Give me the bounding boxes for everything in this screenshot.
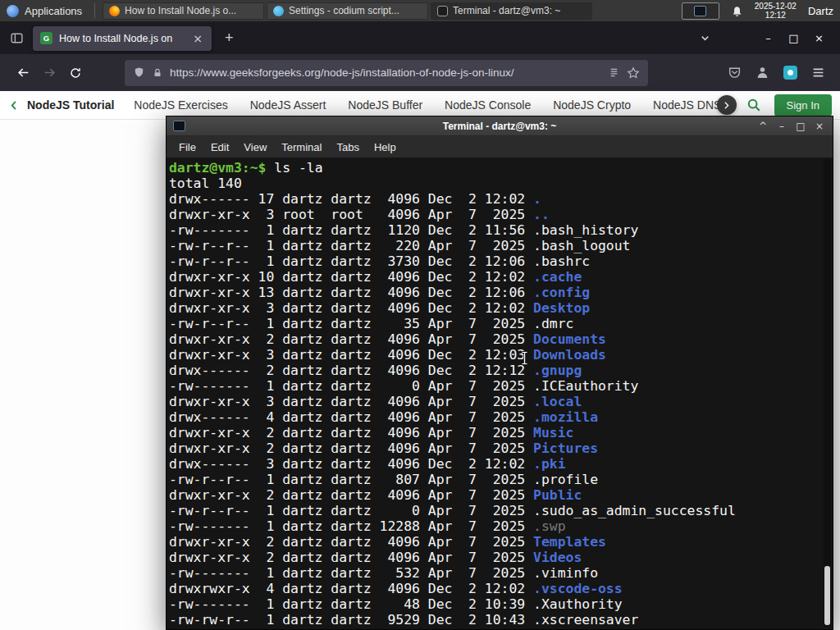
terminal-listing-line: -rw-r--r-- 1 dartz dartz 3730 Dec 2 12:0… — [169, 253, 833, 269]
terminal-listing-line: -rw-r--r-- 1 dartz dartz 220 Apr 7 2025 … — [169, 238, 833, 253]
terminal-listing-line: -rw------- 1 dartz dartz 0 Apr 7 2025 .I… — [169, 378, 833, 394]
codium-icon — [273, 6, 284, 16]
terminal-prompt-line: dartz@vm3:~$ ls -la — [169, 160, 833, 176]
nav-link[interactable]: NodeJS Exercises — [134, 98, 227, 112]
new-tab-button[interactable]: + — [218, 30, 240, 47]
reload-button[interactable] — [62, 61, 89, 85]
tray-terminal-button[interactable] — [682, 2, 719, 20]
sign-in-button[interactable]: Sign In — [774, 94, 832, 116]
chevron-right-icon — [721, 100, 732, 111]
extension-icon[interactable] — [783, 66, 797, 80]
reader-mode-icon[interactable] — [608, 66, 620, 79]
forward-button[interactable] — [36, 61, 62, 85]
nav-link[interactable]: NodeJS Buffer — [348, 98, 422, 112]
terminal-listing-line: drwxr-xr-x 2 dartz dartz 4096 Apr 7 2025… — [169, 534, 833, 550]
terminal-listing-line: -rw------- 1 dartz dartz 12288 Apr 7 202… — [169, 518, 833, 534]
panel-tray: 2025-12-02 12:12 Dartz — [682, 2, 840, 21]
terminal-listing-line: drwx------ 2 dartz dartz 4096 Dec 2 12:1… — [169, 363, 833, 378]
terminal-menu-help[interactable]: Help — [367, 141, 404, 153]
nav-link[interactable]: NodeJS DNS — [653, 98, 721, 112]
back-arrow-icon — [16, 66, 30, 80]
tab-title: How to Install Node.js on — [59, 33, 185, 44]
url-text[interactable]: https://www.geeksforgeeks.org/node-js/in… — [170, 66, 601, 79]
nav-link[interactable]: NodeJS Assert — [250, 98, 326, 112]
terminal-listing-line: -rw-r--r-- 1 dartz dartz 807 Apr 7 2025 … — [169, 472, 833, 487]
terminal-menu-view[interactable]: View — [236, 141, 274, 153]
terminal-menu-edit[interactable]: Edit — [203, 141, 236, 153]
top-panel: Applications How to Install Node.js o...… — [0, 0, 840, 22]
firefox-view-button[interactable] — [7, 29, 26, 48]
url-bar[interactable]: https://www.geeksforgeeks.org/node-js/in… — [125, 60, 648, 86]
terminal-listing-line: -rw------- 1 dartz dartz 532 Apr 7 2025 … — [169, 565, 833, 581]
taskbar-button-terminal[interactable]: Terminal - dartz@vm3: ~ — [431, 2, 592, 20]
tab-close-button[interactable]: × — [191, 32, 204, 45]
terminal-close-button[interactable]: × — [811, 121, 828, 132]
taskbar-button-label: Settings - codium script... — [289, 5, 422, 16]
lock-icon[interactable] — [152, 67, 163, 79]
terminal-listing-line: drwxr-xr-x 3 dartz dartz 4096 Dec 2 12:0… — [169, 300, 833, 316]
site-search-button[interactable] — [746, 98, 761, 112]
tab-bar: G How to Install Node.js on × + – □ × — [0, 22, 840, 54]
terminal-scrollbar[interactable] — [824, 159, 831, 628]
minimize-button[interactable]: – — [756, 32, 781, 44]
back-button[interactable] — [10, 61, 36, 85]
taskbar-button-firefox[interactable]: How to Install Node.js o... — [103, 2, 264, 20]
panel-separator — [94, 3, 95, 18]
terminal-titlebar[interactable]: Terminal - dartz@vm3: ~ ^ – □ × — [167, 116, 833, 136]
terminal-maximize-button[interactable]: □ — [792, 121, 809, 132]
notifications-bell-icon[interactable] — [731, 5, 743, 17]
taskbar: How to Install Node.js o...Settings - co… — [103, 2, 592, 20]
window-controls: – □ × — [756, 32, 832, 44]
terminal-listing-line: -rw-r--r-- 1 dartz dartz 35 Apr 7 2025 .… — [169, 316, 833, 331]
nav-link[interactable]: NodeJS Console — [445, 98, 531, 112]
terminal-window-controls: ^ – □ × — [755, 121, 833, 132]
terminal-listing-line: drwxr-xr-x 3 dartz dartz 4096 Apr 7 2025… — [169, 394, 833, 409]
terminal-listing-line: drwxrwxr-x 4 dartz dartz 4096 Dec 2 12:0… — [169, 581, 833, 596]
terminal-listing-line: -rw-r--r-- 1 dartz dartz 0 Apr 7 2025 .s… — [169, 503, 833, 518]
terminal-listing-line: drwxr-xr-x 3 root root 4096 Apr 7 2025 .… — [169, 207, 833, 222]
applications-icon — [7, 5, 19, 17]
taskbar-button-codium[interactable]: Settings - codium script... — [267, 2, 428, 20]
terminal-scrollbar-thumb[interactable] — [824, 566, 830, 625]
terminal-listing-line: -rw------- 1 dartz dartz 48 Dec 2 10:39 … — [169, 596, 833, 612]
terminal-listing-line: drwx------ 4 dartz dartz 4096 Apr 7 2025… — [169, 409, 833, 425]
site-favicon: G — [40, 32, 52, 44]
maximize-button[interactable]: □ — [781, 32, 806, 44]
search-icon — [746, 98, 761, 112]
terminal-total-line: total 140 — [169, 176, 833, 191]
list-all-tabs-button[interactable] — [699, 32, 711, 44]
taskbar-button-label: How to Install Node.js o... — [125, 5, 258, 16]
terminal-listing-line: drwxr-xr-x 3 dartz dartz 4096 Dec 2 12:0… — [169, 347, 833, 363]
terminal-listing-line: drwxr-xr-x 13 dartz dartz 4096 Dec 2 12:… — [169, 285, 833, 300]
applications-menu-button[interactable]: Applications — [0, 0, 90, 21]
browser-tab[interactable]: G How to Install Node.js on × — [33, 26, 212, 51]
pocket-icon[interactable] — [728, 66, 742, 80]
terminal-menu-tabs[interactable]: Tabs — [329, 141, 366, 153]
toolbar-buttons — [728, 66, 830, 80]
terminal-output[interactable]: dartz@vm3:~$ ls -latotal 140drwx------ 1… — [167, 158, 833, 629]
terminal-window: Terminal - dartz@vm3: ~ ^ – □ × FileEdit… — [166, 116, 833, 630]
menu-hamburger-icon[interactable] — [811, 66, 825, 80]
tracking-shield-icon[interactable] — [133, 66, 145, 79]
firefox-icon — [109, 6, 120, 16]
terminal-menu-terminal[interactable]: Terminal — [274, 141, 329, 153]
terminal-tray-icon — [694, 6, 706, 16]
nav-link-primary[interactable]: NodeJS Tutorial — [27, 98, 114, 112]
account-icon[interactable] — [756, 66, 769, 80]
terminal-minimize-button[interactable]: – — [774, 121, 790, 132]
terminal-shade-button[interactable]: ^ — [755, 121, 771, 132]
terminal-menu-file[interactable]: File — [171, 141, 203, 153]
site-nav-items: NodeJS ExercisesNodeJS AssertNodeJS Buff… — [134, 98, 724, 112]
nav-link[interactable]: NodeJS Crypto — [553, 98, 631, 112]
terminal-icon — [437, 6, 448, 16]
reload-icon — [69, 66, 82, 80]
nav-scroll-right-button[interactable] — [717, 95, 737, 115]
clock-date: 2025-12-02 — [755, 2, 797, 11]
firefox-view-icon — [10, 31, 24, 45]
terminal-title: Terminal - dartz@vm3: ~ — [167, 121, 833, 132]
nav-scroll-left-button[interactable] — [8, 99, 21, 112]
terminal-listing-line: drwxr-xr-x 2 dartz dartz 4096 Apr 7 2025… — [169, 487, 833, 503]
close-button[interactable]: × — [806, 32, 832, 44]
clock[interactable]: 2025-12-02 12:12 — [755, 2, 797, 21]
bookmark-star-icon[interactable] — [627, 66, 640, 80]
